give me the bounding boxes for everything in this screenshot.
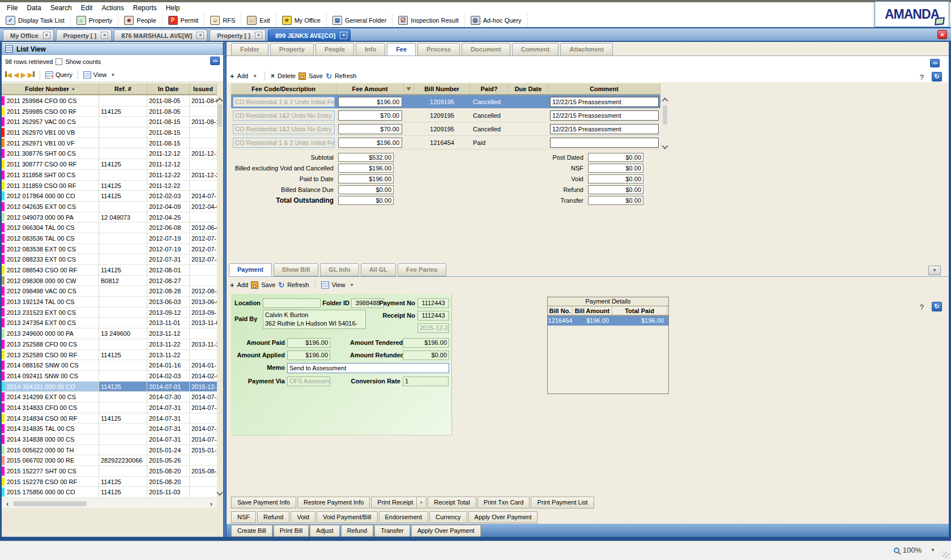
amount-paid-field[interactable]: $196.00 (287, 338, 330, 348)
table-row[interactable]: 2013 231523 EXT 00 CS 2013-09-12 2013-09… (2, 307, 217, 318)
view-button[interactable]: View (93, 71, 107, 78)
action-button[interactable]: Print Bill (274, 525, 309, 537)
scroll-up-icon[interactable] (216, 97, 223, 104)
prev-page-button[interactable]: ◀ (14, 71, 18, 79)
table-row[interactable]: 2015 005622 000 00 TH 2015-01-24 2015-01… (2, 445, 217, 456)
column-header-due-date[interactable]: Due Date (509, 83, 548, 94)
table-row[interactable]: 2012 083536 TAL 00 CS 2012-07-19 2012-07… (2, 233, 217, 244)
column-header-bill-number[interactable]: Bill Number (414, 83, 470, 94)
action-button[interactable]: Endorsement (379, 511, 428, 523)
location-field[interactable] (263, 298, 321, 308)
menu-item[interactable]: File (2, 3, 22, 12)
action-button[interactable]: NSF (231, 511, 256, 523)
add-fee-button[interactable]: Add (237, 72, 249, 79)
folder-tab[interactable]: Attachment (560, 43, 613, 56)
fee-description-field[interactable]: CO Residential 1 & 2 Units Initial Fe (233, 97, 335, 107)
scrollbar-thumb[interactable] (218, 104, 222, 127)
add-payment-button[interactable]: Add (237, 281, 249, 288)
folder-tab[interactable]: Comment (512, 43, 559, 56)
column-header-fee-amount[interactable]: Fee Amount (336, 83, 404, 94)
column-header-total-paid[interactable]: Total Paid (612, 306, 667, 315)
tab-close-icon[interactable]: × (43, 32, 50, 39)
amount-applied-field[interactable]: $196.00 (287, 350, 330, 360)
window-tab[interactable]: Property [ ] × (56, 29, 112, 41)
save-payment-button[interactable]: Save (261, 281, 275, 288)
fee-row[interactable]: CO Residential 1&2 Units No Entry $70.00… (231, 109, 660, 122)
table-row[interactable]: 2013 252588 CFO 00 CS 2013-11-22 2013-11… (2, 339, 217, 350)
table-row[interactable]: 2011 262970 VB1 00 VB 2011-08-15 (2, 127, 217, 138)
filter-funnel-icon[interactable] (404, 83, 414, 94)
table-row[interactable]: 2012 083538 EXT 00 CS 2012-07-19 2012-07… (2, 244, 217, 255)
table-row[interactable]: 2012 088233 EXT 00 CS 2012-07-31 2012-07… (2, 254, 217, 265)
column-header-folder-number[interactable]: Folder Number ▲ (2, 83, 99, 94)
table-row[interactable]: 2015 152278 CSO 00 RF 114125 2015-08-20 (2, 477, 217, 488)
resize-grip[interactable] (943, 552, 949, 558)
fee-amount-field[interactable]: $70.00 (338, 110, 402, 121)
column-header-bill-no[interactable]: Bill No. (548, 306, 573, 315)
fee-vertical-scrollbar[interactable] (662, 96, 668, 151)
fee-amount-field[interactable]: $196.00 (338, 97, 402, 107)
memo-input[interactable]: Send to Assessment (287, 363, 449, 373)
action-button[interactable]: Void Payment/Bill (317, 511, 378, 523)
scrollbar-thumb[interactable] (13, 501, 87, 506)
column-header-fee-code[interactable]: Fee Code/Description (231, 83, 336, 94)
fee-description-field[interactable]: CO Residential 1 & 2 Units Initial Fe (233, 138, 335, 148)
refresh-icon[interactable]: ↻ (278, 281, 284, 289)
action-button[interactable]: Save Payment Info▼ (231, 497, 296, 508)
menu-item[interactable]: Data (22, 3, 45, 12)
query-icon[interactable] (45, 71, 53, 79)
window-tab[interactable]: 876 MARSHALL AVE[W] × (114, 29, 207, 41)
toolbar-button[interactable]: ⌂ Property (71, 13, 119, 27)
action-button[interactable]: Restore Payment Info▼ (297, 497, 370, 508)
view-icon[interactable] (321, 281, 329, 289)
table-row[interactable]: 2011 311858 SHT 00 CS 2011-12-22 2011-12… (2, 170, 217, 181)
window-tab[interactable]: 899 JENKS AVE[CO] × (268, 29, 351, 41)
view-dropdown-icon[interactable]: ▼ (348, 283, 356, 288)
table-row[interactable]: 2015 175856 000 00 CO 114125 2015-11-03 (2, 487, 217, 498)
table-row[interactable]: 2014 314835 TAL 00 CS 2014-07-31 2014-07… (2, 424, 217, 434)
payment-tab[interactable]: All GL (361, 263, 396, 276)
save-fee-button[interactable]: Save (309, 72, 323, 79)
list-vertical-scrollbar[interactable] (216, 96, 223, 498)
refresh-fee-button[interactable]: Refresh (335, 72, 357, 79)
table-row[interactable]: 2012 049073 000 00 PA 12 049073 2012-04-… (2, 212, 217, 223)
view-dropdown-icon[interactable]: ▼ (109, 72, 117, 78)
help-button[interactable]: ? (920, 73, 924, 82)
first-page-button[interactable]: ◀ (5, 71, 11, 79)
toolbar-button[interactable]: ✓ Display Task List (0, 13, 71, 27)
menu-item[interactable]: Reports (129, 3, 161, 12)
table-row[interactable]: 2015 066702 000 00 RE 282922230066 2015-… (2, 455, 217, 466)
action-button[interactable]: Apply Over Payment (411, 525, 481, 537)
fee-comment-field[interactable]: 12/22/15 Preassessment (550, 110, 659, 121)
fee-amount-field[interactable]: $70.00 (338, 124, 402, 134)
table-row[interactable]: 2014 314834 CSO 00 RF 114125 2014-07-31 (2, 413, 217, 424)
delete-icon[interactable]: × (271, 72, 275, 80)
refresh-square-icon[interactable]: ↻ (932, 72, 942, 82)
table-row[interactable]: 2011 262971 VB1 00 VF 2011-08-15 (2, 138, 217, 149)
tab-close-icon[interactable]: × (340, 32, 347, 39)
table-row[interactable]: 2014 314299 EXT 00 CS 2014-07-30 2014-07… (2, 392, 217, 403)
payment-detail-row[interactable]: 1216454 $196.00 $196.00 (548, 316, 668, 326)
zoom-dropdown-icon[interactable]: ▼ (925, 548, 935, 553)
tab-close-icon[interactable]: × (255, 32, 262, 39)
action-button[interactable]: Refund (257, 511, 289, 523)
show-counts-checkbox[interactable] (56, 58, 62, 65)
payment-tab[interactable]: Payment (229, 263, 272, 276)
toolbar-button[interactable]: ◎ Ad-hoc Query (465, 13, 528, 27)
column-header-in-date[interactable]: In Date (147, 83, 190, 94)
delete-fee-button[interactable]: Delete (278, 72, 296, 79)
fee-description-field[interactable]: CO Residential 1&2 Units No Entry (233, 110, 335, 121)
folder-tab[interactable]: Process (417, 43, 460, 56)
last-page-button[interactable]: ▶ (28, 71, 34, 79)
table-row[interactable]: 2013 249600 000 00 PA 13 249600 2013-11-… (2, 328, 217, 339)
tab-close-icon[interactable]: × (101, 32, 108, 39)
fee-amount-field[interactable]: $196.00 (338, 138, 402, 148)
folder-tab[interactable]: Fee (387, 43, 416, 56)
add-icon[interactable]: + (230, 281, 234, 289)
action-button[interactable]: Print Payment List▼ (531, 497, 594, 508)
toolbar-button[interactable]: ☺ RFS (204, 13, 241, 27)
fee-comment-field[interactable]: 12/22/15 Preassessment (550, 97, 659, 107)
menu-item[interactable]: Help (161, 3, 185, 12)
fee-description-field[interactable]: CO Residential 1&2 Units No Entry (233, 124, 335, 134)
table-row[interactable]: 2014 314833 CFO 00 CS 2014-07-31 2014-07… (2, 403, 217, 413)
